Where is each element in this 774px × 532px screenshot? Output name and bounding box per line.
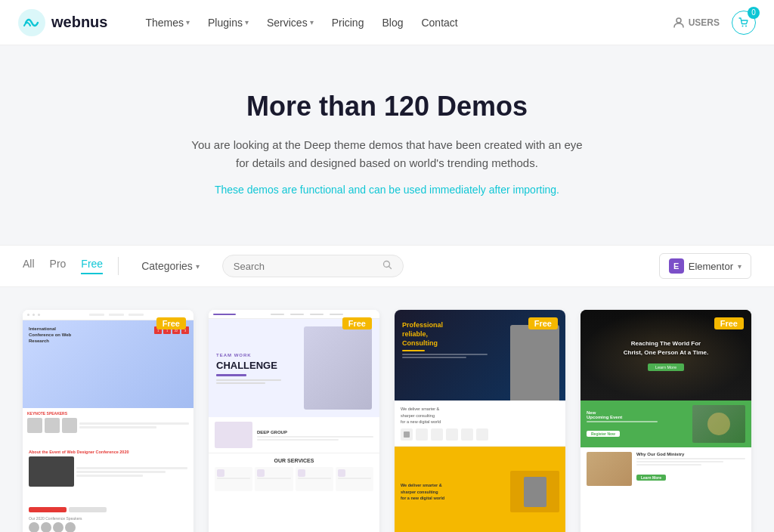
search-input[interactable] (234, 261, 378, 272)
filter-bar: All Pro Free Categories ▾ E Elementor ▾ (0, 245, 774, 287)
main-nav: Themes ▾ Plugins ▾ Services ▾ Pricing Bl… (138, 12, 672, 33)
elementor-icon: E (669, 258, 684, 274)
search-box (222, 255, 404, 277)
svg-point-1 (676, 18, 681, 23)
filter-tabs: All Pro Free (23, 258, 103, 274)
svg-point-2 (742, 25, 744, 26)
hero-title: More than 120 Demos (15, 91, 759, 122)
demo-card-church[interactable]: Free Reaching The World ForChrist, One P… (580, 310, 751, 532)
logo-text: webnus (51, 14, 107, 31)
user-icon (673, 17, 685, 29)
demo-card-corporate[interactable]: Free TEAM WORK CHALLENGE (209, 310, 379, 532)
filter-right: E Elementor ▾ (659, 253, 751, 279)
cart-badge: 0 (748, 7, 760, 19)
free-badge-consulting: Free (528, 317, 558, 329)
nav-right: USERS 0 (673, 11, 756, 35)
nav-themes[interactable]: Themes ▾ (138, 12, 197, 33)
filter-divider (118, 257, 119, 275)
themes-chevron-icon: ▾ (186, 18, 190, 26)
nav-plugins[interactable]: Plugins ▾ (200, 12, 256, 33)
hero-section: More than 120 Demos You are looking at t… (0, 45, 774, 245)
logo[interactable]: webnus (18, 9, 107, 36)
elementor-filter-button[interactable]: E Elementor ▾ (659, 253, 751, 279)
demo-grid: Free InternationalCo (0, 287, 774, 532)
demo-card-consulting[interactable]: Free Professionalreliable,Consulting We … (395, 310, 565, 532)
nav-pricing[interactable]: Pricing (324, 12, 372, 33)
services-chevron-icon: ▾ (310, 18, 314, 26)
hero-description: You are looking at the Deep theme demos … (190, 136, 584, 172)
free-badge-corporate: Free (342, 317, 372, 329)
cart-icon (738, 17, 749, 28)
categories-chevron-icon: ▾ (196, 262, 200, 271)
tab-free[interactable]: Free (81, 258, 103, 274)
demo-card-conference[interactable]: Free InternationalCo (23, 310, 194, 532)
svg-point-3 (745, 25, 747, 26)
cart-button[interactable]: 0 (732, 11, 756, 35)
user-menu[interactable]: USERS (673, 17, 720, 29)
demo-image-corporate: Free TEAM WORK CHALLENGE (209, 310, 379, 532)
tab-all[interactable]: All (23, 258, 35, 274)
search-icon (382, 260, 392, 272)
tab-pro[interactable]: Pro (50, 258, 67, 274)
free-badge-church: Free (714, 317, 744, 329)
demo-image-consulting: Free Professionalreliable,Consulting We … (395, 310, 565, 532)
header: webnus Themes ▾ Plugins ▾ Services ▾ Pri… (0, 0, 774, 45)
nav-contact[interactable]: Contact (413, 12, 465, 33)
free-badge-conference: Free (156, 317, 186, 329)
elementor-chevron-icon: ▾ (738, 262, 741, 271)
hero-subtitle: These demos are functional and can be us… (190, 181, 584, 198)
demo-image-church: Free Reaching The World ForChrist, One P… (580, 310, 751, 532)
categories-dropdown[interactable]: Categories ▾ (134, 255, 207, 277)
plugins-chevron-icon: ▾ (245, 18, 249, 26)
nav-blog[interactable]: Blog (374, 12, 410, 33)
demo-image-conference: Free InternationalCo (23, 310, 194, 532)
nav-services[interactable]: Services ▾ (259, 12, 321, 33)
